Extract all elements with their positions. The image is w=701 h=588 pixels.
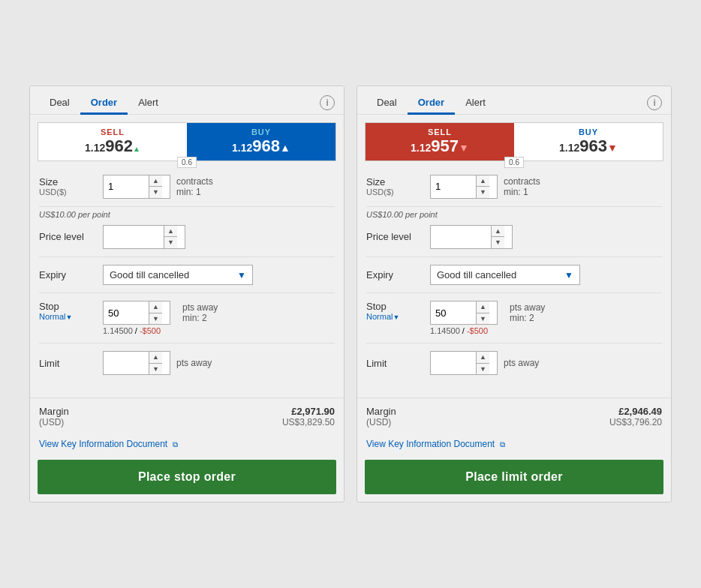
tab-alert-2[interactable]: Alert: [455, 92, 496, 115]
limit-row: Limit ▲ ▼ pts away: [39, 351, 335, 382]
price-level-input-2[interactable]: 1.1400 ▲ ▼: [430, 225, 513, 249]
size-down-2[interactable]: ▼: [477, 187, 489, 198]
size-units: contracts min: 1: [176, 176, 213, 197]
buy-label: BUY: [194, 128, 328, 136]
stop-input-block-2: 50 ▲ ▼ pts away min: 2 1.14500 / -$500: [430, 301, 545, 335]
size-field[interactable]: 1: [104, 176, 149, 198]
size-up-2[interactable]: ▲: [477, 176, 489, 188]
stop-input-block: 50 ▲ ▼ pts away min: 2 1.14500 / -$500: [103, 301, 218, 335]
expiry-row-2: Expiry Good till cancelled ▼: [366, 265, 662, 293]
stop-up[interactable]: ▲: [149, 302, 162, 314]
price-level-label: Price level: [39, 231, 103, 242]
size-input[interactable]: 1 ▲ ▼: [103, 175, 170, 199]
limit-up[interactable]: ▲: [149, 352, 162, 364]
sell-price: 1.12962▲: [46, 136, 179, 156]
stop-field-2[interactable]: 50: [431, 302, 476, 324]
buy-price: 1.12968▲: [194, 136, 328, 156]
tab-alert[interactable]: Alert: [128, 92, 169, 115]
price-level-down-2[interactable]: ▼: [492, 237, 504, 248]
place-stop-order-button[interactable]: Place stop order: [38, 460, 336, 494]
margin-sub-value-2: US$3,796.20: [609, 417, 662, 428]
stop-label-2: Stop: [366, 301, 430, 312]
limit-input-2[interactable]: ▲ ▼: [430, 351, 498, 375]
price-level-up-2[interactable]: ▲: [492, 226, 504, 238]
margin-main-value: £2,971.90: [282, 406, 335, 417]
stop-label: Stop: [39, 301, 103, 312]
place-limit-order-button[interactable]: Place limit order: [365, 460, 663, 494]
stop-label-block-2: Stop Normal▼: [366, 301, 430, 321]
size-field-2[interactable]: 1: [431, 176, 476, 198]
tab-bar-2: Deal Order Alert i: [357, 86, 671, 115]
expiry-arrow-icon-2: ▼: [564, 270, 573, 280]
stop-row: Stop Normal▼ 50 ▲ ▼ pts away min: 2: [39, 301, 335, 344]
stop-down[interactable]: ▼: [149, 314, 162, 325]
buy-button-2[interactable]: BUY 1.12963▼: [514, 123, 663, 160]
expiry-select-2[interactable]: Good till cancelled ▼: [430, 265, 580, 285]
stop-type[interactable]: Normal▼: [39, 312, 103, 321]
stop-arrows: ▲ ▼: [149, 302, 162, 324]
info-icon-2[interactable]: i: [647, 95, 662, 110]
sell-button[interactable]: SELL 1.12962▲: [38, 123, 187, 160]
limit-arrows-2: ▲ ▼: [476, 352, 489, 374]
limit-row-2: Limit ▲ ▼ pts away: [366, 351, 662, 382]
price-level-up[interactable]: ▲: [164, 226, 177, 238]
limit-down[interactable]: ▼: [149, 364, 162, 375]
buy-button[interactable]: BUY 1.12968▲: [187, 123, 335, 160]
limit-input[interactable]: ▲ ▼: [103, 351, 170, 375]
margin-sub-value: US$3,829.50: [282, 417, 335, 428]
price-level-input[interactable]: 1.1500 ▲ ▼: [103, 225, 185, 249]
info-icon[interactable]: i: [320, 95, 335, 110]
limit-field-2[interactable]: [431, 352, 476, 374]
tab-order-2[interactable]: Order: [408, 92, 455, 115]
stop-values-2: 1.14500 / -$500: [430, 326, 545, 335]
margin-label-block: Margin (USD): [39, 406, 69, 428]
stop-input[interactable]: 50 ▲ ▼: [103, 301, 170, 325]
size-label: Size USD($): [39, 176, 103, 196]
margin-sublabel: (USD): [39, 417, 69, 428]
limit-up-2[interactable]: ▲: [477, 352, 489, 364]
spread-badge: 0.6: [177, 157, 197, 168]
price-level-down[interactable]: ▼: [164, 237, 177, 248]
stop-field[interactable]: 50: [104, 302, 149, 324]
expiry-row: Expiry Good till cancelled ▼: [39, 265, 335, 293]
size-up[interactable]: ▲: [149, 176, 162, 188]
key-info-2: View Key Information Document ⧉: [357, 435, 671, 457]
tab-bar: Deal Order Alert i: [30, 86, 344, 115]
external-link-icon-2: ⧉: [500, 440, 505, 448]
limit-order-panel: Deal Order Alert i SELL 1.12957▼ BUY 1.1…: [357, 86, 672, 503]
tab-deal[interactable]: Deal: [39, 92, 80, 115]
sell-label-2: SELL: [373, 128, 507, 136]
stop-down-2[interactable]: ▼: [477, 314, 489, 325]
margin-main-value-2: £2,946.49: [609, 406, 662, 417]
tab-order[interactable]: Order: [80, 92, 128, 115]
size-row: Size USD($) 1 ▲ ▼ contracts min: 1: [39, 175, 335, 207]
price-level-label-2: Price level: [366, 231, 430, 242]
size-down[interactable]: ▼: [149, 187, 162, 198]
stop-order-panel: Deal Order Alert i SELL 1.12962▲ BUY 1.1…: [29, 86, 344, 503]
tab-deal-2[interactable]: Deal: [366, 92, 408, 115]
sell-button-2[interactable]: SELL 1.12957▼: [366, 123, 514, 160]
price-level-field-2[interactable]: 1.1400: [431, 226, 491, 248]
form-section-2: Size USD($) 1 ▲ ▼ contracts min: 1 US$10…: [357, 161, 671, 398]
limit-label: Limit: [39, 358, 103, 369]
price-section-2: SELL 1.12957▼ BUY 1.12963▼ 0.6: [365, 122, 663, 161]
price-level-field[interactable]: 1.1500: [104, 226, 164, 248]
margin-section-2: Margin (USD) £2,946.49 US$3,796.20: [357, 398, 671, 435]
price-section: SELL 1.12962▲ BUY 1.12968▲ 0.6: [38, 122, 336, 161]
key-info-link-2[interactable]: View Key Information Document ⧉: [366, 439, 505, 449]
stop-up-2[interactable]: ▲: [477, 302, 489, 314]
size-input-2[interactable]: 1 ▲ ▼: [430, 175, 498, 199]
expiry-select[interactable]: Good till cancelled ▼: [103, 265, 253, 285]
limit-field[interactable]: [104, 352, 149, 374]
limit-units: pts away: [176, 358, 212, 368]
key-info: View Key Information Document ⧉: [30, 435, 344, 457]
limit-down-2[interactable]: ▼: [477, 364, 489, 375]
stop-type-2[interactable]: Normal▼: [366, 312, 430, 321]
stop-units-2: pts away min: 2: [510, 302, 545, 323]
limit-arrows: ▲ ▼: [149, 352, 162, 374]
size-arrows: ▲ ▼: [149, 176, 162, 198]
stop-input-2[interactable]: 50 ▲ ▼: [430, 301, 498, 325]
price-level-arrows-2: ▲ ▼: [491, 226, 504, 248]
margin-label-2: Margin: [366, 406, 396, 417]
key-info-link[interactable]: View Key Information Document ⧉: [39, 439, 178, 449]
